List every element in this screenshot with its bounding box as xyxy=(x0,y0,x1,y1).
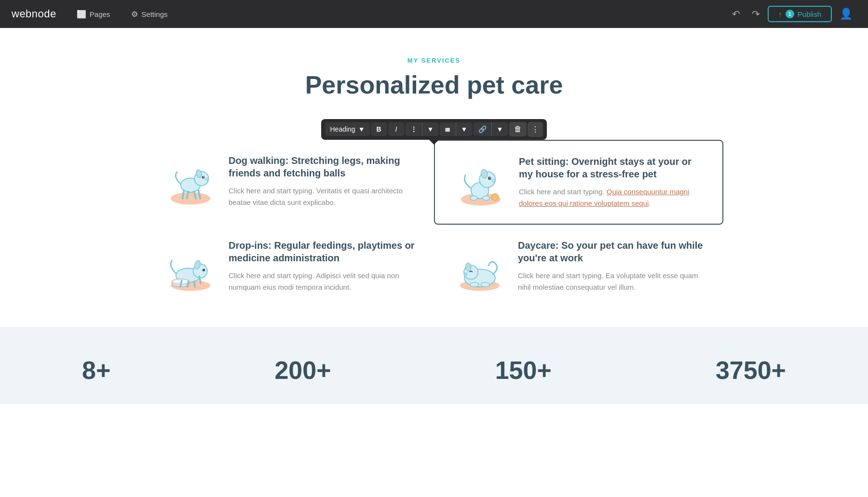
pages-nav[interactable]: ⬜ Pages xyxy=(72,7,115,22)
delete-button[interactable]: 🗑 xyxy=(509,122,527,136)
dog-walking-icon xyxy=(164,154,217,207)
navbar: webnode ⬜ Pages ⚙ Settings ↶ ↷ ↑ 1 Publi… xyxy=(0,0,868,28)
stat-value-0: 8+ xyxy=(82,356,110,385)
services-grid: Dog walking: Stretching legs, making fri… xyxy=(145,140,723,308)
svg-point-15 xyxy=(488,176,491,179)
services-section: MY SERVICES Personalized pet care Headin… xyxy=(0,28,868,327)
pet-sitting-desc-before: Click here and start typing. xyxy=(519,188,607,196)
publish-icon: ↑ xyxy=(778,10,782,18)
logo: webnode xyxy=(12,8,56,20)
pet-sitting-desc-after: . xyxy=(649,199,651,207)
stat-item-3: 3750+ xyxy=(716,356,786,385)
navbar-right: ↶ ↷ ↑ 1 Publish 👤 xyxy=(728,5,856,23)
service-item-pet-sitting[interactable]: Pet sitting: Overnight stays at your or … xyxy=(434,140,723,225)
align-button[interactable]: ⋮ xyxy=(406,122,422,136)
heading-label: Heading xyxy=(330,125,355,133)
service-item-dog-walking[interactable]: Dog walking: Stretching legs, making fri… xyxy=(145,140,434,225)
dropins-text: Drop-ins: Regular feedings, playtimes or… xyxy=(229,239,415,293)
stat-item-2: 150+ xyxy=(495,356,552,385)
svg-point-38 xyxy=(481,282,489,287)
editor-toolbar-wrapper: Heading ▼ B I ⋮ ▼ ≣ ▼ 🔗 ▼ 🗑 ⋮ xyxy=(58,119,810,140)
more-button[interactable]: ⋮ xyxy=(528,122,543,137)
bold-button[interactable]: B xyxy=(371,122,387,136)
undo-button[interactable]: ↶ xyxy=(728,5,744,23)
services-title[interactable]: Personalized pet care xyxy=(58,71,810,100)
svg-point-25 xyxy=(203,269,205,271)
redo-button[interactable]: ↷ xyxy=(748,5,764,23)
svg-point-19 xyxy=(483,196,490,200)
align-chevron[interactable]: ▼ xyxy=(422,122,439,136)
publish-badge: 1 xyxy=(786,10,794,18)
svg-point-5 xyxy=(203,176,204,177)
stats-section: 8+ 200+ 150+ 3750+ xyxy=(0,327,868,404)
services-subtitle: MY SERVICES xyxy=(58,57,810,64)
stat-item-0: 8+ xyxy=(82,356,110,385)
dog-walking-heading[interactable]: Dog walking: Stretching legs, making fri… xyxy=(229,154,415,179)
stat-item-1: 200+ xyxy=(274,356,331,385)
svg-line-29 xyxy=(188,282,189,287)
service-item-daycare[interactable]: Daycare: So your pet can have fun while … xyxy=(434,225,723,308)
svg-point-16 xyxy=(489,177,490,178)
pet-sitting-heading[interactable]: Pet sitting: Overnight stays at your or … xyxy=(519,155,703,180)
svg-point-18 xyxy=(470,196,477,200)
list-chevron[interactable]: ▼ xyxy=(456,122,473,136)
daycare-icon xyxy=(453,239,506,292)
stat-value-1: 200+ xyxy=(274,356,331,385)
daycare-heading[interactable]: Daycare: So your pet can have fun while … xyxy=(518,239,704,264)
dropins-icon xyxy=(164,239,217,292)
svg-point-4 xyxy=(202,176,205,179)
publish-button[interactable]: ↑ 1 Publish xyxy=(768,6,832,22)
pet-sitting-icon xyxy=(454,155,507,208)
svg-line-30 xyxy=(194,282,195,287)
link-group: 🔗 ▼ xyxy=(474,122,508,136)
list-button[interactable]: ≣ xyxy=(440,122,456,136)
svg-point-36 xyxy=(464,272,467,275)
svg-point-17 xyxy=(492,179,495,182)
italic-button[interactable]: I xyxy=(388,122,405,136)
heading-select[interactable]: Heading ▼ xyxy=(325,122,369,136)
daycare-text: Daycare: So your pet can have fun while … xyxy=(518,239,704,293)
daycare-desc: Click here and start typing. Ea voluptat… xyxy=(518,270,704,293)
pages-label: Pages xyxy=(90,10,110,18)
svg-point-20 xyxy=(491,194,499,201)
pet-sitting-desc: Click here and start typing. Quia conseq… xyxy=(519,186,703,209)
profile-button[interactable]: 👤 xyxy=(836,5,856,23)
stat-value-3: 3750+ xyxy=(716,356,786,385)
chevron-down-icon: ▼ xyxy=(358,125,365,133)
svg-point-37 xyxy=(470,282,479,287)
settings-nav[interactable]: ⚙ Settings xyxy=(126,7,172,22)
link-chevron[interactable]: ▼ xyxy=(492,122,508,136)
pet-sitting-text: Pet sitting: Overnight stays at your or … xyxy=(519,155,703,209)
service-item-dropins[interactable]: Drop-ins: Regular feedings, playtimes or… xyxy=(145,225,434,308)
link-button[interactable]: 🔗 xyxy=(474,122,492,136)
editor-toolbar: Heading ▼ B I ⋮ ▼ ≣ ▼ 🔗 ▼ 🗑 ⋮ xyxy=(321,119,546,140)
list-group: ≣ ▼ xyxy=(440,122,473,136)
align-group: ⋮ ▼ xyxy=(406,122,439,136)
main-content: MY SERVICES Personalized pet care Headin… xyxy=(0,0,868,404)
dog-walking-text: Dog walking: Stretching legs, making fri… xyxy=(229,154,415,208)
settings-label: Settings xyxy=(141,10,167,18)
dog-walking-desc: Click here and start typing. Veritatis e… xyxy=(229,185,415,208)
dropins-desc: Click here and start typing. Adipisci ve… xyxy=(229,270,415,293)
pages-icon: ⬜ xyxy=(77,10,86,19)
svg-point-0 xyxy=(171,192,211,205)
svg-point-6 xyxy=(205,178,209,181)
stat-value-2: 150+ xyxy=(495,356,552,385)
dropins-heading[interactable]: Drop-ins: Regular feedings, playtimes or… xyxy=(229,239,415,264)
publish-label: Publish xyxy=(798,10,821,18)
gear-icon: ⚙ xyxy=(131,10,138,19)
